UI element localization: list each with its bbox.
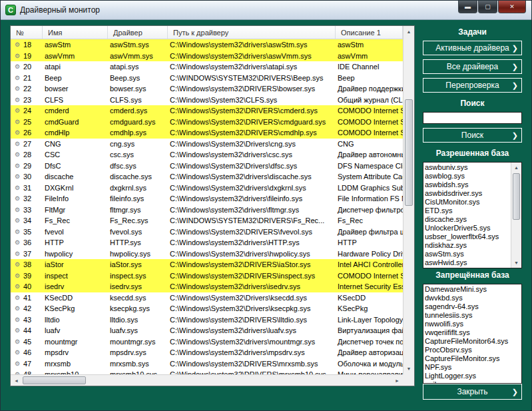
table-row[interactable]: ⚙42KSecPkgksecpkg.sysC:\Windows\System32…	[11, 303, 403, 314]
list-item[interactable]: dwvkbd.sys	[425, 294, 521, 302]
list-item[interactable]: aswbidsh.sys	[425, 181, 510, 189]
table-row[interactable]: ⚙34Fs_RecFs_Rec.sysC:\WINDOWS\SYSTEM32\D…	[11, 215, 403, 226]
list-item[interactable]: aswbuniv.sys	[425, 163, 510, 172]
search-input[interactable]	[423, 112, 522, 124]
scroll-up-icon[interactable]: ▲	[403, 26, 414, 37]
column-header-path[interactable]: Путь к драйверу	[168, 26, 336, 39]
cell-driver: ksecpkg.sys	[108, 303, 168, 314]
table-row[interactable]: ⚙33FltMgrfltmgr.sysC:\Windows\system32\d…	[11, 205, 403, 216]
scroll-up-icon[interactable]: ▲	[511, 163, 521, 173]
list-item[interactable]: aswStm.sys	[425, 250, 510, 258]
cell-name: bowser	[43, 83, 108, 95]
list-item[interactable]: vwqeriififlt.sys	[425, 328, 521, 337]
column-header-driver[interactable]: Драйвер	[108, 26, 168, 39]
table-row[interactable]: ⚙26cmdHlpcmdhlp.sysC:\Windows\System32\D…	[11, 127, 403, 139]
list-item[interactable]: LightLogger.sys	[425, 372, 521, 380]
forbidden-list[interactable]: DamewareMini.sysdwvkbd.syssagendrv-64.sy…	[423, 284, 522, 384]
table-row[interactable]: ⚙32FileInfofileinfo.sysC:\Windows\system…	[11, 193, 403, 205]
minimize-button[interactable]: ▬	[458, 1, 477, 13]
close-icon: ✕	[509, 3, 515, 10]
table-row[interactable]: ⚙24cmderdcmderd.sysC:\Windows\System32\D…	[11, 105, 403, 117]
allowed-list-scrollbar[interactable]: ▲ ▼	[511, 163, 521, 268]
table-row[interactable]: ⚙41KSecDDksecdd.sysC:\Windows\System32\D…	[11, 292, 403, 304]
list-item[interactable]: aswbidsdriver.sys	[425, 189, 510, 198]
cell-description: Оболочка и модуль н	[336, 358, 403, 370]
scroll-left-icon[interactable]: ◄	[11, 375, 22, 386]
cell-name: inspect	[43, 270, 108, 282]
titlebar[interactable]: C Драйверный монитор ▬ ▢ ✕	[1, 1, 531, 20]
active-drivers-button[interactable]: Активные драйвера ❯	[423, 41, 522, 55]
main-content: № Имя Драйвер Путь к драйверу Описание 1…	[1, 20, 531, 411]
table-row[interactable]: ⚙30discachediscache.sysC:\Windows\System…	[11, 171, 403, 183]
table-row[interactable]: ⚙38iaStoriaStor.sysC:\Windows\system32\D…	[11, 259, 403, 270]
column-header-description[interactable]: Описание 1	[336, 26, 403, 39]
driver-icon: ⚙	[11, 270, 21, 282]
search-button[interactable]: Поиск ❯	[423, 128, 522, 143]
list-item[interactable]: NPF.sys	[425, 363, 521, 372]
cell-driver: fvevol.sys	[108, 226, 168, 238]
table-row[interactable]: ⚙35fvevolfvevol.sysC:\Windows\System32\D…	[11, 226, 403, 238]
list-item[interactable]: tunnelesiis.sys	[425, 311, 521, 320]
driver-icon: ⚙	[11, 292, 21, 304]
scroll-down-icon[interactable]: ▼	[511, 258, 521, 268]
table-horizontal-scrollbar[interactable]: ◄ ►	[11, 374, 403, 386]
table-row[interactable]: ⚙39inspectinspect.sysC:\Windows\system32…	[11, 270, 403, 282]
table-row[interactable]: ⚙22bowserbowser.sysC:\Windows\system32\D…	[11, 83, 403, 95]
table-row[interactable]: ⚙37hwpolicyhwpolicy.sysC:\Windows\System…	[11, 248, 403, 260]
all-drivers-button[interactable]: Все драйвера ❯	[423, 59, 522, 74]
close-window-button[interactable]: ✕	[498, 1, 526, 13]
column-header-name[interactable]: Имя	[43, 26, 108, 39]
table-row[interactable]: ⚙20atapiatapi.sysC:\Windows\system32\dri…	[11, 61, 403, 73]
table-row[interactable]: ⚙46mpsdrvmpsdrv.sysC:\Windows\system32\d…	[11, 347, 403, 358]
table-row[interactable]: ⚙19aswVmmaswVmm.sysC:\Windows\system32\d…	[11, 51, 403, 62]
vertical-scroll-thumb[interactable]	[405, 99, 413, 206]
scroll-right-icon[interactable]: ►	[392, 375, 403, 386]
cell-name: mountmgr	[43, 336, 108, 348]
column-header-number[interactable]: №	[11, 26, 43, 39]
scroll-down-icon[interactable]: ▼	[403, 363, 414, 374]
table-row[interactable]: ⚙31DXGKrnldxgkrnl.sysC:\Windows\System32…	[11, 183, 403, 194]
list-item[interactable]: aswblog.sys	[425, 172, 510, 181]
list-item[interactable]: CaptureFileMonitor64.sys	[425, 337, 521, 346]
list-item[interactable]: usbser_lowerfltx64.sys	[425, 232, 510, 241]
table-row[interactable]: ⚙23CLFSCLFS.sysC:\Windows\System32\CLFS.…	[11, 95, 403, 106]
cell-number: 28	[21, 149, 43, 161]
cell-number: 27	[21, 139, 43, 150]
cell-name: cmdHlp	[43, 127, 108, 139]
list-item[interactable]: UnlockerDriver5.sys	[425, 224, 510, 232]
maximize-button[interactable]: ▢	[478, 1, 497, 13]
close-button[interactable]: Закрыть ❯	[423, 384, 522, 400]
table-row[interactable]: ⚙47mrxsmbmrxsmb.sysC:\Windows\system32\D…	[11, 358, 403, 370]
list-item[interactable]: discache.sys	[425, 215, 510, 224]
list-item[interactable]: CisUtMonitor.sys	[425, 198, 510, 206]
recheck-button[interactable]: Перепроверка ❯	[423, 78, 522, 93]
table-row[interactable]: ⚙28CSCcsc.sysC:\Windows\system32\drivers…	[11, 149, 403, 161]
list-item[interactable]: ndiskhaz.sys	[425, 241, 510, 250]
allowed-base-header: Разрешенная база	[423, 149, 522, 158]
table-vertical-scrollbar[interactable]: ▲ ▼	[403, 26, 414, 374]
list-item[interactable]: CaptureFileMonitor.sys	[425, 354, 521, 363]
table-row[interactable]: ⚙21BeepBeep.sysC:\WINDOWS\SYSTEM32\DRIVE…	[11, 73, 403, 84]
allowed-scroll-thumb[interactable]	[513, 173, 520, 220]
table-row[interactable]: ⚙27CNGcng.sysC:\Windows\System32\Drivers…	[11, 139, 403, 150]
table-row[interactable]: ⚙44luafvluafv.sysC:\Windows\system32\dri…	[11, 325, 403, 336]
cell-number: 42	[21, 303, 43, 314]
list-item[interactable]: ProcObsrv.sys	[425, 346, 521, 354]
list-item[interactable]: DamewareMini.sys	[425, 285, 521, 294]
cell-name: iaStor	[43, 259, 108, 270]
list-item[interactable]: ETD.sys	[425, 206, 510, 215]
list-item[interactable]: nwwolifi.sys	[425, 320, 521, 328]
table-row[interactable]: ⚙43lltdiolltdio.sysC:\Windows\system32\D…	[11, 314, 403, 326]
table-row[interactable]: ⚙36HTTPHTTP.sysC:\Windows\system32\drive…	[11, 237, 403, 248]
recheck-label: Перепроверка	[445, 81, 499, 90]
table-row[interactable]: ⚙25cmdGuardcmdguard.sysC:\Windows\System…	[11, 117, 403, 128]
allowed-list[interactable]: ▲ ▼ aswbuniv.sysaswblog.sysaswbidsh.sysa…	[423, 162, 522, 268]
list-item[interactable]: aswHwid.sys	[425, 258, 510, 267]
table-row[interactable]: ⚙18aswStmaswStm.sysC:\Windows\system32\d…	[11, 39, 403, 51]
table-row[interactable]: ⚙40isedrvisedrv.sysC:\Windows\system32\d…	[11, 281, 403, 292]
list-item[interactable]: sagendrv-64.sys	[425, 302, 521, 311]
table-row[interactable]: ⚙29DfsCdfsc.sysC:\Windows\System32\Drive…	[11, 161, 403, 172]
cell-path: C:\Windows\system32\drivers\aswVmm.sys	[168, 51, 336, 62]
horizontal-scroll-thumb[interactable]	[23, 376, 86, 384]
table-row[interactable]: ⚙45mountmgrmountmgr.sysC:\Windows\System…	[11, 336, 403, 348]
